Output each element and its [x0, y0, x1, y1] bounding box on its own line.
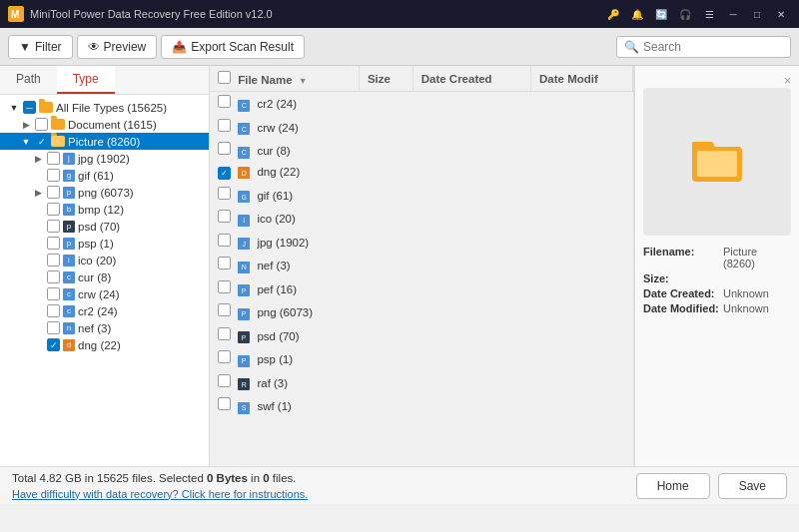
checkbox-picture[interactable]: ✓	[35, 135, 48, 148]
row-checkbox[interactable]	[218, 350, 231, 363]
checkbox-document[interactable]	[35, 118, 48, 131]
table-row[interactable]: G gif (61)	[210, 183, 633, 207]
row-checkbox[interactable]	[218, 374, 231, 387]
table-row[interactable]: C crw (24)	[210, 115, 633, 139]
export-label: Export Scan Result	[191, 40, 294, 54]
row-checkbox[interactable]: ✓	[218, 167, 231, 180]
row-checkbox[interactable]	[218, 257, 231, 269]
export-button[interactable]: 📤 Export Scan Result	[161, 35, 305, 59]
tree-item-picture[interactable]: ▼ ✓ Picture (8260)	[0, 133, 209, 150]
tree-arrow-picture[interactable]: ▼	[20, 137, 32, 147]
search-input[interactable]	[643, 40, 783, 54]
table-row[interactable]: R raf (3)	[210, 370, 633, 394]
tree-item-crw[interactable]: c crw (24)	[0, 285, 209, 302]
checkbox-bmp[interactable]	[47, 203, 60, 216]
preview-close-button[interactable]: ×	[643, 74, 791, 88]
table-row[interactable]: C cr2 (24)	[210, 92, 633, 116]
sort-arrow-filename[interactable]: ▼	[299, 76, 308, 86]
close-button[interactable]: ✕	[771, 6, 791, 22]
row-filename: cur (8)	[257, 145, 290, 157]
table-row[interactable]: J jpg (1902)	[210, 230, 633, 254]
sync-icon[interactable]: 🔄	[651, 6, 671, 22]
folder-icon-picture	[51, 136, 65, 147]
tree-item-ico[interactable]: i ico (20)	[0, 252, 209, 268]
table-row[interactable]: ✓ D dng (22)	[210, 162, 633, 183]
table-cell-date-modified	[531, 300, 633, 324]
checkbox-nef[interactable]	[47, 321, 60, 334]
bell-icon[interactable]: 🔔	[627, 6, 647, 22]
tree-item-nef[interactable]: n nef (3)	[0, 319, 209, 336]
checkbox-dng[interactable]: ✓	[47, 338, 60, 351]
row-checkbox[interactable]	[218, 210, 231, 223]
row-checkbox[interactable]	[218, 234, 231, 247]
table-cell-filename: R raf (3)	[210, 370, 359, 394]
table-row[interactable]: S swf (1)	[210, 394, 633, 418]
key-icon[interactable]: 🔑	[603, 6, 623, 22]
file-icon-jpg: j	[63, 153, 75, 165]
tree-arrow-document[interactable]: ▶	[20, 120, 32, 130]
tree-arrow-jpg[interactable]: ▶	[32, 154, 44, 164]
file-icon-cr2: c	[63, 305, 75, 317]
tree-item-psp[interactable]: p psp (1)	[0, 235, 209, 252]
table-row[interactable]: C cur (8)	[210, 139, 633, 163]
checkbox-all[interactable]: ─	[23, 101, 36, 114]
tree-item-bmp[interactable]: b bmp (12)	[0, 201, 209, 218]
tree-item-document[interactable]: ▶ Document (1615)	[0, 116, 209, 133]
checkbox-gif[interactable]	[47, 169, 60, 182]
checkbox-png[interactable]	[47, 186, 60, 199]
table-row[interactable]: P psd (70)	[210, 323, 633, 347]
preview-size-row: Size:	[643, 272, 791, 284]
preview-button[interactable]: 👁 Preview	[77, 35, 158, 59]
table-row[interactable]: N nef (3)	[210, 254, 633, 277]
table-cell-size	[359, 347, 412, 371]
row-checkbox[interactable]	[218, 95, 231, 108]
tree-item-gif[interactable]: g gif (61)	[0, 167, 209, 184]
checkbox-cur[interactable]	[47, 270, 60, 283]
help-link[interactable]: Have difficulty with data recovery? Clic…	[12, 488, 308, 500]
row-checkbox[interactable]	[218, 119, 231, 132]
tab-path[interactable]: Path	[0, 66, 57, 94]
table-row[interactable]: P psp (1)	[210, 347, 633, 371]
minimize-button[interactable]: ─	[723, 6, 743, 22]
tree-item-cr2[interactable]: c cr2 (24)	[0, 302, 209, 319]
tree-arrow-all[interactable]: ▼	[8, 103, 20, 113]
tree-item-png[interactable]: ▶ p png (6073)	[0, 184, 209, 201]
tree-item-psd[interactable]: p psd (70)	[0, 218, 209, 235]
checkbox-psp[interactable]	[47, 237, 60, 250]
menu-icon[interactable]: ☰	[699, 6, 719, 22]
checkbox-crw[interactable]	[47, 287, 60, 300]
tab-type[interactable]: Type	[57, 66, 115, 94]
row-file-icon: S	[238, 402, 250, 414]
select-all-checkbox[interactable]	[218, 71, 231, 84]
table-cell-date-modified	[531, 183, 633, 207]
tree-item-jpg[interactable]: ▶ j jpg (1902)	[0, 150, 209, 167]
row-checkbox[interactable]	[218, 187, 231, 200]
maximize-button[interactable]: □	[747, 6, 767, 22]
statusbar-info: Total 4.82 GB in 15625 files. Selected 0…	[12, 471, 616, 485]
row-checkbox[interactable]	[218, 397, 231, 410]
tree-item-dng[interactable]: ✓ d dng (22)	[0, 336, 209, 353]
headset-icon[interactable]: 🎧	[675, 6, 695, 22]
checkbox-psd[interactable]	[47, 220, 60, 233]
table-cell-date-modified	[531, 254, 633, 277]
checkbox-cr2[interactable]	[47, 304, 60, 317]
row-checkbox[interactable]	[218, 303, 231, 316]
tree-arrow-png[interactable]: ▶	[32, 188, 44, 198]
table-row[interactable]: P png (6073)	[210, 300, 633, 324]
checkbox-jpg[interactable]	[47, 152, 60, 165]
row-checkbox[interactable]	[218, 280, 231, 293]
row-checkbox[interactable]	[218, 327, 231, 340]
toolbar: ▼ Filter 👁 Preview 📤 Export Scan Result …	[0, 28, 799, 66]
table-cell-date-modified	[531, 276, 633, 300]
tree-item-cur[interactable]: c cur (8)	[0, 268, 209, 285]
save-button[interactable]: Save	[718, 473, 787, 499]
table-row[interactable]: I ico (20)	[210, 207, 633, 231]
row-checkbox[interactable]	[218, 142, 231, 155]
main-area: Path Type ▼ ─ All File Types (15625) ▶	[0, 66, 799, 466]
table-row[interactable]: P pef (16)	[210, 276, 633, 300]
home-button[interactable]: Home	[636, 473, 710, 499]
table-cell-date-created	[412, 230, 530, 254]
checkbox-ico[interactable]	[47, 254, 60, 266]
filter-button[interactable]: ▼ Filter	[8, 35, 73, 59]
tree-item-all[interactable]: ▼ ─ All File Types (15625)	[0, 99, 209, 116]
